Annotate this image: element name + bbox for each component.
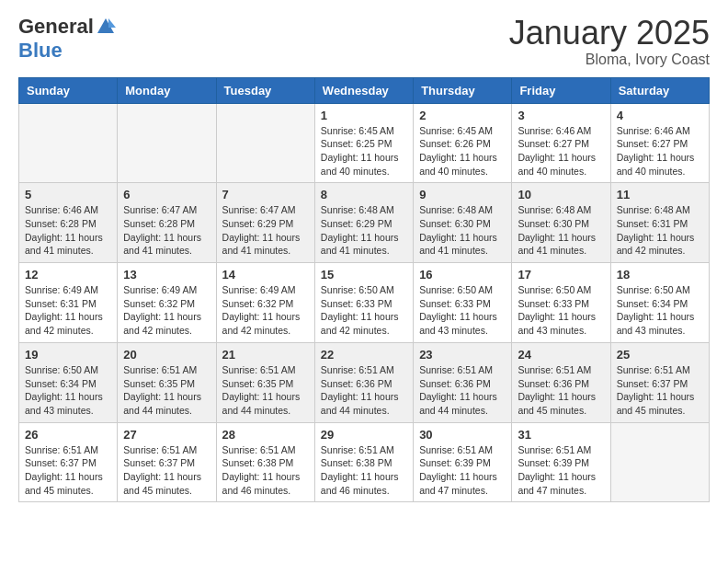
table-row: 16Sunrise: 6:50 AMSunset: 6:33 PMDayligh… [414, 263, 512, 343]
calendar-subtitle: Bloma, Ivory Coast [509, 52, 710, 68]
day-number: 27 [123, 428, 210, 442]
day-number: 22 [321, 348, 407, 362]
table-row: 4Sunrise: 6:46 AMSunset: 6:27 PMDaylight… [610, 103, 709, 183]
table-row: 10Sunrise: 6:48 AMSunset: 6:30 PMDayligh… [512, 183, 610, 263]
day-number: 12 [25, 268, 111, 282]
day-info: Sunrise: 6:51 AMSunset: 6:38 PMDaylight:… [321, 443, 407, 498]
header-friday: Friday [512, 77, 610, 103]
day-number: 15 [321, 268, 407, 282]
day-info: Sunrise: 6:51 AMSunset: 6:39 PMDaylight:… [419, 443, 506, 498]
header-saturday: Saturday [610, 77, 709, 103]
day-info: Sunrise: 6:51 AMSunset: 6:36 PMDaylight:… [321, 363, 407, 418]
day-info: Sunrise: 6:51 AMSunset: 6:38 PMDaylight:… [222, 443, 309, 498]
day-info: Sunrise: 6:51 AMSunset: 6:37 PMDaylight:… [123, 443, 210, 498]
day-info: Sunrise: 6:51 AMSunset: 6:35 PMDaylight:… [222, 363, 309, 418]
day-number: 7 [222, 188, 309, 201]
day-info: Sunrise: 6:48 AMSunset: 6:31 PMDaylight:… [617, 203, 703, 258]
table-row: 1Sunrise: 6:45 AMSunset: 6:25 PMDaylight… [314, 103, 413, 183]
table-row: 13Sunrise: 6:49 AMSunset: 6:32 PMDayligh… [118, 263, 216, 343]
day-info: Sunrise: 6:48 AMSunset: 6:30 PMDaylight:… [419, 203, 506, 258]
calendar-week-row: 19Sunrise: 6:50 AMSunset: 6:34 PMDayligh… [19, 342, 710, 422]
day-number: 6 [123, 188, 210, 201]
day-number: 21 [222, 348, 309, 362]
table-row: 11Sunrise: 6:48 AMSunset: 6:31 PMDayligh… [610, 183, 709, 263]
day-number: 29 [321, 428, 407, 442]
day-info: Sunrise: 6:51 AMSunset: 6:36 PMDaylight:… [419, 363, 506, 418]
day-info: Sunrise: 6:49 AMSunset: 6:31 PMDaylight:… [25, 283, 111, 338]
table-row: 12Sunrise: 6:49 AMSunset: 6:31 PMDayligh… [19, 263, 118, 343]
table-row: 30Sunrise: 6:51 AMSunset: 6:39 PMDayligh… [414, 422, 512, 502]
table-row: 25Sunrise: 6:51 AMSunset: 6:37 PMDayligh… [610, 342, 709, 422]
table-row: 15Sunrise: 6:50 AMSunset: 6:33 PMDayligh… [314, 263, 413, 343]
table-row [118, 103, 216, 183]
calendar-week-row: 12Sunrise: 6:49 AMSunset: 6:31 PMDayligh… [19, 263, 710, 343]
day-info: Sunrise: 6:51 AMSunset: 6:35 PMDaylight:… [123, 363, 210, 418]
day-info: Sunrise: 6:46 AMSunset: 6:28 PMDaylight:… [25, 203, 111, 258]
day-number: 11 [617, 188, 703, 201]
table-row: 29Sunrise: 6:51 AMSunset: 6:38 PMDayligh… [314, 422, 413, 502]
day-info: Sunrise: 6:50 AMSunset: 6:33 PMDaylight:… [419, 283, 506, 338]
day-number: 25 [617, 348, 703, 362]
day-number: 10 [518, 188, 604, 201]
calendar-week-row: 1Sunrise: 6:45 AMSunset: 6:25 PMDaylight… [19, 103, 710, 183]
table-row: 17Sunrise: 6:50 AMSunset: 6:33 PMDayligh… [512, 263, 610, 343]
header: General Blue January 2025 Bloma, Ivory C… [18, 15, 710, 68]
day-number: 5 [25, 188, 111, 201]
day-number: 3 [518, 109, 604, 122]
day-info: Sunrise: 6:50 AMSunset: 6:34 PMDaylight:… [617, 283, 703, 338]
day-info: Sunrise: 6:45 AMSunset: 6:25 PMDaylight:… [321, 124, 407, 178]
table-row: 20Sunrise: 6:51 AMSunset: 6:35 PMDayligh… [118, 342, 216, 422]
day-info: Sunrise: 6:49 AMSunset: 6:32 PMDaylight:… [222, 283, 309, 338]
table-row: 18Sunrise: 6:50 AMSunset: 6:34 PMDayligh… [610, 263, 709, 343]
day-info: Sunrise: 6:46 AMSunset: 6:27 PMDaylight:… [617, 124, 703, 178]
day-number: 13 [123, 268, 210, 282]
table-row: 14Sunrise: 6:49 AMSunset: 6:32 PMDayligh… [216, 263, 314, 343]
table-row [610, 422, 709, 502]
day-number: 8 [321, 188, 407, 201]
day-info: Sunrise: 6:48 AMSunset: 6:29 PMDaylight:… [321, 203, 407, 258]
day-number: 2 [419, 109, 506, 122]
table-row: 6Sunrise: 6:47 AMSunset: 6:28 PMDaylight… [118, 183, 216, 263]
title-block: January 2025 Bloma, Ivory Coast [509, 15, 710, 68]
day-number: 4 [617, 109, 703, 122]
day-number: 28 [222, 428, 309, 442]
table-row: 21Sunrise: 6:51 AMSunset: 6:35 PMDayligh… [216, 342, 314, 422]
day-number: 24 [518, 348, 604, 362]
logo-general-text: General [18, 15, 94, 39]
day-number: 31 [518, 428, 604, 442]
day-number: 19 [25, 348, 111, 362]
day-number: 23 [419, 348, 506, 362]
table-row: 26Sunrise: 6:51 AMSunset: 6:37 PMDayligh… [19, 422, 118, 502]
table-row: 8Sunrise: 6:48 AMSunset: 6:29 PMDaylight… [314, 183, 413, 263]
table-row: 3Sunrise: 6:46 AMSunset: 6:27 PMDaylight… [512, 103, 610, 183]
day-info: Sunrise: 6:50 AMSunset: 6:34 PMDaylight:… [25, 363, 111, 418]
logo-icon [96, 17, 116, 37]
day-number: 1 [321, 109, 407, 122]
logo: General Blue [18, 15, 116, 63]
day-info: Sunrise: 6:51 AMSunset: 6:37 PMDaylight:… [25, 443, 111, 498]
logo-blue-text: Blue [18, 39, 63, 62]
calendar-table: Sunday Monday Tuesday Wednesday Thursday… [18, 77, 710, 503]
table-row: 19Sunrise: 6:50 AMSunset: 6:34 PMDayligh… [19, 342, 118, 422]
page: General Blue January 2025 Bloma, Ivory C… [0, 0, 728, 521]
svg-marker-1 [108, 18, 116, 28]
calendar-week-row: 5Sunrise: 6:46 AMSunset: 6:28 PMDaylight… [19, 183, 710, 263]
table-row: 31Sunrise: 6:51 AMSunset: 6:39 PMDayligh… [512, 422, 610, 502]
day-info: Sunrise: 6:50 AMSunset: 6:33 PMDaylight:… [321, 283, 407, 338]
calendar-title: January 2025 [509, 15, 710, 52]
calendar-week-row: 26Sunrise: 6:51 AMSunset: 6:37 PMDayligh… [19, 422, 710, 502]
day-number: 26 [25, 428, 111, 442]
day-info: Sunrise: 6:51 AMSunset: 6:39 PMDaylight:… [518, 443, 604, 498]
day-info: Sunrise: 6:50 AMSunset: 6:33 PMDaylight:… [518, 283, 604, 338]
header-tuesday: Tuesday [216, 77, 314, 103]
day-number: 30 [419, 428, 506, 442]
table-row [216, 103, 314, 183]
table-row: 27Sunrise: 6:51 AMSunset: 6:37 PMDayligh… [118, 422, 216, 502]
table-row: 23Sunrise: 6:51 AMSunset: 6:36 PMDayligh… [414, 342, 512, 422]
day-info: Sunrise: 6:49 AMSunset: 6:32 PMDaylight:… [123, 283, 210, 338]
table-row: 24Sunrise: 6:51 AMSunset: 6:36 PMDayligh… [512, 342, 610, 422]
header-wednesday: Wednesday [314, 77, 413, 103]
day-info: Sunrise: 6:47 AMSunset: 6:28 PMDaylight:… [123, 203, 210, 258]
table-row: 2Sunrise: 6:45 AMSunset: 6:26 PMDaylight… [414, 103, 512, 183]
day-info: Sunrise: 6:48 AMSunset: 6:30 PMDaylight:… [518, 203, 604, 258]
